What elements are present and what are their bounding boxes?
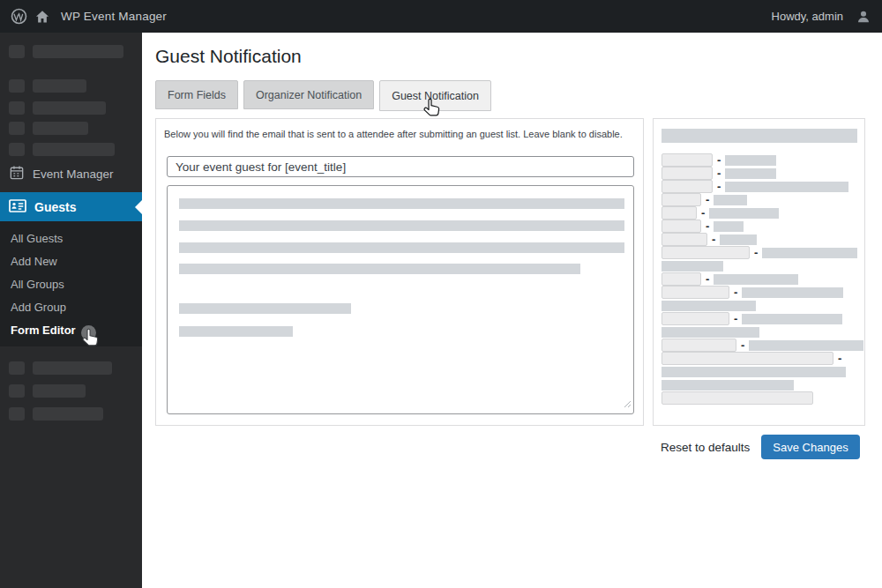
shortcode-description-bar [725, 182, 848, 192]
placeholder-label-bar [33, 143, 115, 156]
dash-separator: - [717, 181, 721, 192]
shortcode-description-bar [725, 155, 776, 166]
sidebar-item-add-new[interactable]: Add New [0, 250, 142, 273]
shortcode-row: - [662, 339, 863, 352]
shortcode-row: - [662, 233, 757, 246]
shortcode-row [662, 365, 846, 378]
shortcode-row: - [662, 193, 747, 206]
sidebar-placeholder-item[interactable] [9, 406, 103, 421]
dash-separator: - [734, 287, 737, 298]
placeholder-label-bar [33, 79, 86, 93]
dash-separator: - [754, 247, 758, 258]
admin-sidebar: Event Manager Guests All GuestsAdd NewAl… [0, 33, 142, 588]
settings-tabs: Form FieldsOrganizer NotificationGuest N… [155, 80, 491, 111]
dash-separator: - [706, 273, 709, 285]
shortcode-tag [662, 180, 713, 193]
shortcode-row [662, 325, 759, 339]
email-body-textarea[interactable] [167, 185, 634, 414]
sidebar-item-add-group[interactable]: Add Group [0, 296, 142, 319]
sidebar-placeholder-item[interactable] [9, 383, 86, 398]
guest-notification-form-panel: Below you will find the email that is se… [155, 118, 644, 426]
shortcode-description-bar [762, 248, 857, 258]
shortcode-row: - [662, 286, 843, 299]
sidebar-placeholder-item[interactable] [9, 44, 123, 58]
sidebar-placeholder-item[interactable] [9, 121, 88, 135]
shortcode-description-bar [662, 367, 846, 377]
sidebar-placeholder-item[interactable] [9, 361, 112, 375]
form-description: Below you will find the email that is se… [164, 129, 623, 139]
shortcode-row [662, 391, 813, 405]
shortcode-tag [662, 193, 701, 206]
user-avatar-icon[interactable] [856, 9, 871, 25]
shortcode-description-bar [749, 340, 863, 351]
shortcode-tag [662, 206, 697, 220]
shortcode-tag [662, 352, 833, 365]
shortcode-row [662, 378, 794, 391]
shortcode-tag [662, 167, 713, 180]
shortcode-row: - [662, 272, 798, 286]
shortcode-row: - [662, 153, 776, 167]
placeholder-label-bar [33, 361, 112, 375]
placeholder-icon [9, 101, 25, 115]
sidebar-item-label: Guests [34, 200, 76, 214]
shortcode-row: - [662, 206, 779, 220]
shortcode-description-bar [742, 287, 843, 298]
sidebar-placeholder-item[interactable] [9, 78, 86, 93]
shortcode-tag [662, 246, 750, 259]
tab-organizer-notification[interactable]: Organizer Notification [243, 80, 374, 109]
shortcode-description-bar [742, 314, 842, 324]
sidebar-item-event-manager[interactable]: Event Manager [0, 159, 142, 189]
guests-submenu: All GuestsAdd NewAll GroupsAdd GroupForm… [0, 221, 142, 346]
calendar-icon [9, 165, 25, 183]
sidebar-placeholder-item[interactable] [9, 100, 106, 115]
sidebar-item-label: Event Manager [33, 167, 114, 181]
placeholder-label-bar [33, 101, 106, 115]
shortcode-reference-panel: ------------- [653, 118, 865, 426]
tab-form-fields[interactable]: Form Fields [155, 80, 238, 109]
wordpress-logo-icon[interactable] [11, 8, 27, 25]
dash-separator: - [717, 154, 721, 166]
reset-to-defaults-button[interactable]: Reset to defaults [661, 441, 750, 454]
shortcode-row: - [662, 246, 857, 259]
email-subject-input[interactable] [167, 156, 634, 177]
site-title-link[interactable]: WP Event Manager [61, 10, 167, 23]
shortcode-row: - [662, 312, 842, 325]
shortcode-description-bar [662, 380, 794, 391]
dash-separator: - [706, 220, 709, 232]
sidebar-item-all-groups[interactable]: All Groups [0, 273, 142, 296]
shortcode-row: - [662, 220, 744, 233]
shortcode-description-bar [714, 221, 744, 232]
placeholder-label-bar [33, 122, 88, 135]
page-title: Guest Notification [155, 46, 302, 67]
placeholder-label-bar [33, 45, 123, 58]
shortcode-row: - [662, 167, 776, 180]
shortcode-tag [662, 233, 707, 246]
redacted-text-line [179, 303, 351, 314]
save-changes-button[interactable]: Save Changes [761, 435, 860, 459]
howdy-admin-link[interactable]: Howdy, admin [772, 10, 843, 23]
resize-handle-icon[interactable] [624, 396, 632, 412]
placeholder-label-bar [33, 407, 103, 421]
dash-separator: - [712, 234, 715, 245]
shortcode-tag [662, 339, 736, 352]
redacted-text-line [179, 264, 580, 274]
shortcode-tag [662, 220, 701, 233]
tab-guest-notification[interactable]: Guest Notification [379, 80, 491, 111]
shortcode-row: - [662, 180, 848, 193]
sidebar-placeholder-item[interactable] [9, 142, 115, 156]
admin-topbar: WP Event Manager Howdy, admin [0, 0, 882, 33]
shortcode-tag [662, 286, 729, 299]
placeholder-icon [9, 407, 25, 421]
sidebar-item-guests[interactable]: Guests [0, 192, 142, 221]
dash-separator: - [741, 339, 744, 351]
shortcode-tag [662, 312, 729, 325]
shortcode-tag [662, 272, 701, 286]
home-icon[interactable] [34, 9, 50, 25]
shortcode-description-bar [725, 168, 776, 179]
shortcode-description-bar [714, 274, 798, 285]
dash-separator: - [838, 353, 841, 364]
shortcode-description-bar [714, 195, 747, 205]
sidebar-item-form-editor[interactable]: Form Editor [0, 319, 142, 342]
sidebar-item-all-guests[interactable]: All Guests [0, 227, 142, 250]
guests-id-card-icon [9, 198, 26, 216]
